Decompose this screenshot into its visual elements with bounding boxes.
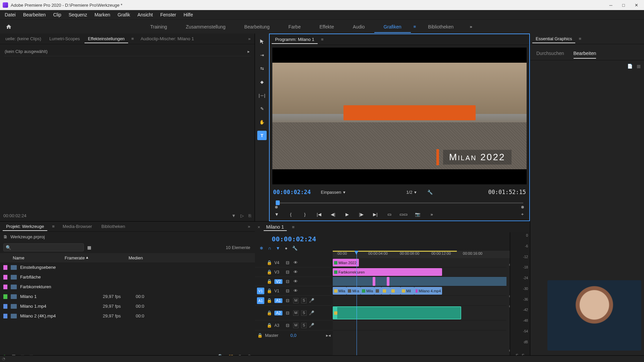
filter-icon[interactable]: ▼ <box>231 213 236 218</box>
col-medien[interactable]: Medien <box>128 255 143 260</box>
clip-v2-marker[interactable] <box>373 277 375 286</box>
new-bin-icon[interactable]: ▦ <box>87 245 91 250</box>
lock-icon[interactable]: 🔒 <box>266 279 272 284</box>
workspace-zusammenstellung[interactable]: Zusammenstellung <box>176 21 235 33</box>
menu-ansicht[interactable]: Ansicht <box>134 11 156 19</box>
mark-out-button[interactable]: } <box>301 210 309 218</box>
clip-v1-1[interactable]: Mila <box>333 287 346 295</box>
menu-bearbeiten[interactable]: Bearbeiten <box>20 11 49 19</box>
tab-lumetri-scopes[interactable]: Lumetri-Scopes <box>46 34 83 43</box>
step-back-button[interactable]: ◀| <box>329 210 337 218</box>
project-item[interactable]: Milano 1 29,97 fps 00:0 <box>0 292 255 301</box>
group-icon[interactable]: ▦ <box>637 64 641 69</box>
workspace-effekte[interactable]: Effekte <box>310 21 343 33</box>
program-monitor-view[interactable]: Milan 2022 <box>272 48 527 184</box>
close-sequence-icon[interactable]: × <box>258 225 260 230</box>
program-timecode[interactable]: 00:00:02:24 <box>273 189 311 195</box>
ripple-edit-tool[interactable]: ⇆ <box>257 64 267 73</box>
eye-icon[interactable]: 👁 <box>292 288 299 293</box>
tab-programm[interactable]: Programm: Milano 1 <box>272 35 318 44</box>
program-panel-menu-icon[interactable]: ≡ <box>319 37 326 42</box>
clip-v1-4[interactable] <box>374 287 381 295</box>
clip-v4[interactable]: Milan 2022 <box>333 259 359 266</box>
new-layer-icon[interactable]: 📄 <box>627 64 633 69</box>
master-value[interactable]: 0,0 <box>290 333 297 338</box>
track-v1-label[interactable]: V1 <box>274 289 282 293</box>
workspace-bibliotheken[interactable]: Bibliotheken <box>419 21 463 33</box>
voice-icon[interactable]: 🎤 <box>309 323 315 328</box>
clip-v1-8[interactable]: Milano 4.mp4 <box>414 287 442 295</box>
sync-lock-icon[interactable]: ⊟ <box>284 298 290 303</box>
clip-audio[interactable] <box>333 306 461 319</box>
project-item[interactable]: Milano 2 (4K).mp4 29,97 fps 00:0 <box>0 311 255 321</box>
tab-quelle[interactable]: uelle: (keine Clips) <box>2 34 45 43</box>
menu-marken[interactable]: Marken <box>91 11 114 19</box>
timeline-panel-menu-icon[interactable]: ≡ <box>290 225 297 230</box>
tl-settings-icon[interactable]: ● <box>285 246 287 251</box>
scrub-handle[interactable] <box>276 200 280 205</box>
minimize-button[interactable]: ─ <box>606 2 616 8</box>
transport-overflow-icon[interactable]: » <box>428 210 435 218</box>
v1-source-patch[interactable]: V1 <box>257 288 264 294</box>
sync-lock-icon[interactable]: ⊟ <box>284 269 290 275</box>
project-item[interactable]: Einstellungsebene <box>0 262 255 272</box>
clip-v1-2[interactable]: Mila <box>346 287 360 295</box>
mute-button[interactable]: M <box>293 323 299 328</box>
workspace-bearbeitung[interactable]: Bearbeitung <box>235 21 279 33</box>
add-marker-tl-icon[interactable]: ▼ <box>276 246 280 251</box>
eg-panel-menu-icon[interactable]: ≡ <box>577 36 583 41</box>
track-a3-label[interactable]: A3 <box>274 323 282 328</box>
project-tab-overflow-icon[interactable]: » <box>246 224 252 229</box>
fit-dropdown[interactable]: Einpassen▾ <box>318 189 348 195</box>
track-v4-label[interactable]: V4 <box>274 260 282 265</box>
menu-grafik[interactable]: Grafik <box>114 11 133 19</box>
menu-sequenz[interactable]: Sequenz <box>65 11 91 19</box>
go-to-out-button[interactable]: ▶| <box>372 210 379 218</box>
tab-bibliotheken-proj[interactable]: Bibliotheken <box>98 222 128 231</box>
tab-audioclip-mischer[interactable]: Audioclip-Mischer: Milano 1 <box>137 34 197 43</box>
timeline-tracks[interactable]: :00:00 00:00:04:00 00:00:08:00 00:00:12:… <box>333 251 530 357</box>
track-v2-label[interactable]: V2 <box>274 279 282 284</box>
button-editor-icon[interactable]: ＋ <box>519 210 526 218</box>
lock-icon[interactable]: 🔒 <box>266 323 272 328</box>
program-scrubber[interactable] <box>273 198 526 207</box>
zoom-handle-left[interactable] <box>275 206 278 208</box>
slip-tool[interactable]: |↔| <box>257 90 267 100</box>
track-v3-label[interactable]: V3 <box>274 270 282 275</box>
maximize-button[interactable]: □ <box>619 2 629 8</box>
zoom-handle-right[interactable] <box>521 206 524 208</box>
lock-icon[interactable]: 🔒 <box>266 298 272 303</box>
project-item[interactable]: Farbkorrekturen <box>0 282 255 292</box>
pen-tool[interactable]: ✎ <box>257 104 267 113</box>
workspace-training[interactable]: Training <box>141 21 176 33</box>
insert-icon[interactable]: ▷ <box>240 213 244 218</box>
timeline-timecode[interactable]: 00:00:02:24 <box>258 234 336 243</box>
wrench-icon[interactable]: 🔧 <box>292 246 298 251</box>
lock-icon[interactable]: 🔒 <box>266 269 272 275</box>
project-item[interactable]: Milano 1.mp4 29,97 fps 00:0 <box>0 301 255 311</box>
solo-button[interactable]: S <box>301 310 307 316</box>
export-frame-button[interactable]: 📷 <box>414 210 421 218</box>
eye-icon[interactable]: 👁 <box>292 260 299 265</box>
voice-icon[interactable]: 🎤 <box>309 298 315 303</box>
tab-media-browser[interactable]: Media-Browser <box>59 222 95 231</box>
playhead[interactable] <box>357 251 357 357</box>
workspace-overflow-icon[interactable]: » <box>463 21 479 33</box>
sync-lock-icon[interactable]: ⊟ <box>284 288 290 293</box>
type-tool[interactable]: T <box>257 131 267 140</box>
track-a1-label[interactable]: A1 <box>274 298 282 303</box>
menu-datei[interactable]: Datei <box>1 11 19 19</box>
project-search-input[interactable]: 🔍 <box>3 243 84 251</box>
clip-v1-6[interactable] <box>390 287 400 295</box>
lock-icon[interactable]: 🔒 <box>266 310 272 315</box>
lift-button[interactable]: ▭ <box>386 210 393 218</box>
clip-v3[interactable]: Farbkorrekturen <box>333 268 442 276</box>
workspace-audio[interactable]: Audio <box>343 21 374 33</box>
play-button[interactable]: ▶ <box>343 210 351 218</box>
eg-tab-durchsuchen[interactable]: Durchsuchen <box>536 48 564 59</box>
project-panel-menu-icon[interactable]: ≡ <box>50 224 57 229</box>
eye-icon[interactable]: 👁 <box>292 279 299 284</box>
col-name[interactable]: Name <box>13 255 24 260</box>
settings-icon[interactable]: 🔧 <box>427 190 433 195</box>
tab-overflow-icon[interactable]: » <box>246 36 253 41</box>
